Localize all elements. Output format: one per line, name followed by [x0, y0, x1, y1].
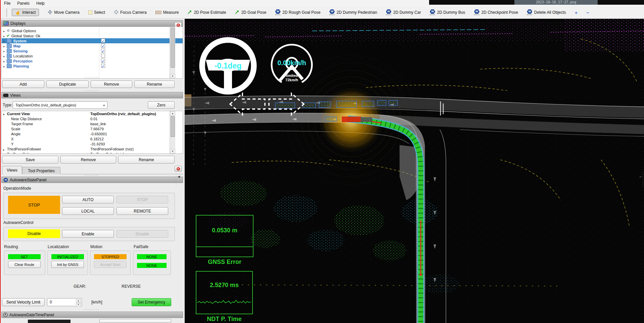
- local-button[interactable]: LOCAL: [62, 207, 114, 215]
- scroll-down-icon[interactable]: ▼: [170, 149, 175, 153]
- prop-row-target-frame[interactable]: Target Frame base_link: [2, 122, 183, 127]
- tool-select[interactable]: Select: [88, 10, 105, 15]
- displays-rename-button[interactable]: Rename: [134, 81, 175, 88]
- prop-row-scale[interactable]: Scale 7.66679: [2, 127, 183, 132]
- views-camera-icon: [3, 94, 8, 97]
- tree-row-planning[interactable]: Planning: [2, 63, 183, 68]
- clear-route-button[interactable]: Clear Route: [8, 261, 41, 268]
- scrollbar-thumb[interactable]: [171, 28, 175, 68]
- tree-row-system[interactable]: System: [2, 38, 183, 43]
- tool-2d-pose-estimate[interactable]: 2D Pose Estimate: [187, 10, 226, 15]
- tree-row-sensing[interactable]: Sensing: [2, 48, 183, 53]
- map-checkbox[interactable]: [101, 44, 105, 48]
- prop-row-y[interactable]: Y -31.6293: [2, 142, 183, 147]
- enable-button[interactable]: Enable: [62, 230, 114, 238]
- scroll-down-icon[interactable]: ▼: [170, 74, 175, 78]
- set-emergency-button[interactable]: Set Emergency: [132, 298, 171, 306]
- tree-row-global-options[interactable]: ⚙ Global Options: [2, 28, 183, 33]
- right-dock-splitter-grip[interactable]: [642, 171, 644, 187]
- sensing-checkbox[interactable]: [101, 49, 105, 53]
- scrollbar-thumb[interactable]: [171, 116, 175, 137]
- spinbox-arrows[interactable]: ▲▼: [76, 299, 81, 305]
- expand-icon[interactable]: [3, 34, 5, 38]
- rviz-window: File Panels Help 2023-10-16_17-27.png ☝ …: [0, 0, 644, 323]
- expand-icon[interactable]: [3, 44, 5, 48]
- expand-icon[interactable]: ▸: [3, 153, 5, 154]
- expand-icon[interactable]: [3, 49, 5, 53]
- add-tool-button[interactable]: +: [575, 10, 578, 15]
- tool-2d-checkpoint-pose[interactable]: WAutoware 2D Checkpoint Pose: [474, 9, 518, 15]
- dock-splitter-grip[interactable]: [175, 171, 177, 187]
- tool-2d-dummy-pedestrian[interactable]: WAutoware 2D Dummy Pedestrian: [329, 9, 377, 15]
- datetime-partial-button[interactable]: [99, 319, 171, 323]
- menu-file[interactable]: File: [1, 0, 14, 6]
- prop-row-current-view[interactable]: ▾ Current View TopDownOrtho (rviz_defaul…: [2, 112, 183, 117]
- system-checkbox[interactable]: [101, 39, 105, 43]
- views-scrollbar[interactable]: ▲ ▼: [170, 111, 175, 153]
- tool-measure[interactable]: Measure: [155, 10, 179, 15]
- dock-collapse-left-icon[interactable]: ◀: [178, 175, 180, 178]
- expand-icon[interactable]: [3, 39, 5, 43]
- velocity-limit-spinbox[interactable]: 0 ▲▼: [47, 298, 82, 306]
- zero-button[interactable]: Zero: [148, 101, 175, 109]
- views-rename-button[interactable]: Rename: [118, 156, 175, 164]
- tree-row-map[interactable]: Map: [2, 43, 183, 48]
- gnss-plot-line: [196, 246, 253, 247]
- prop-row-near-clip[interactable]: Near Clip Distance 0.01: [2, 117, 183, 122]
- prop-row-topdownortho[interactable]: ▸ TopDownOrtho TopDownOrtho (rviz): [2, 152, 183, 154]
- localization-checkbox[interactable]: [101, 54, 105, 58]
- tool-2d-dummy-bus[interactable]: WAutoware 2D Dummy Bus: [430, 9, 465, 15]
- view-type-dropdown[interactable]: TopDownOrtho (rviz_default_plugins): [13, 101, 107, 109]
- menu-panels[interactable]: Panels: [14, 0, 33, 6]
- 3d-viewport[interactable]: -0.1deg 0.00km/h limited 72km/h 0.0530 m…: [185, 19, 644, 323]
- expand-icon[interactable]: ▸: [3, 148, 5, 151]
- expand-icon[interactable]: [3, 64, 5, 68]
- send-velocity-limit-button[interactable]: Send Velocity Limit: [2, 298, 45, 306]
- panel-resize-grip[interactable]: [84, 77, 99, 79]
- displays-scrollbar[interactable]: ▼: [170, 27, 175, 78]
- toolbar-grip[interactable]: [6, 8, 8, 16]
- prop-row-third-person[interactable]: ▸ ThirdPersonFollower ThirdPersonFollowe…: [2, 147, 183, 152]
- remote-button[interactable]: REMOTE: [117, 207, 168, 215]
- panel-resize-grip[interactable]: [84, 175, 99, 176]
- autoware-state-panel-header[interactable]: W AutowareStatePanel: [1, 177, 183, 183]
- displays-remove-button[interactable]: Remove: [91, 81, 132, 88]
- views-save-button[interactable]: Save: [2, 156, 58, 164]
- dock-collapse-right-icon[interactable]: ▶: [640, 175, 642, 178]
- auto-button[interactable]: AUTO: [62, 196, 114, 203]
- tree-row-global-status[interactable]: ✔ Global Status: Ok: [2, 33, 183, 38]
- panel-resize-grip[interactable]: [84, 90, 99, 92]
- tool-2d-rough-goal-pose[interactable]: WAutoware 2D Rough Goal Pose: [275, 9, 320, 15]
- planning-checkbox[interactable]: [101, 64, 105, 68]
- perception-checkbox[interactable]: [101, 59, 105, 63]
- tool-2d-goal-pose[interactable]: 2D Goal Pose: [235, 10, 266, 15]
- panel-resize-grip[interactable]: [84, 309, 99, 311]
- tool-move-camera[interactable]: Move Camera: [48, 10, 79, 15]
- tab-tool-properties[interactable]: Tool Properties: [22, 167, 60, 174]
- datetime-panel-header[interactable]: AutowareDateTimePanel: [1, 312, 183, 318]
- displays-panel-header[interactable]: Displays: [1, 20, 183, 27]
- init-by-gnss-button[interactable]: Init by GNSS: [51, 261, 84, 268]
- prop-row-x[interactable]: X 6.18212: [2, 137, 183, 142]
- tab-views[interactable]: Views: [2, 166, 22, 174]
- displays-add-button[interactable]: Add: [2, 81, 44, 88]
- remove-tool-button[interactable]: −: [586, 10, 589, 15]
- views-remove-button[interactable]: Remove: [60, 156, 116, 164]
- tree-row-perception[interactable]: Perception: [2, 58, 183, 63]
- tree-row-localization[interactable]: Localization: [2, 53, 183, 58]
- tool-interact[interactable]: ☝ Interact: [12, 9, 39, 16]
- tool-delete-all-objects[interactable]: WAutoware Delete All Objects: [527, 9, 566, 15]
- ego-vehicle: [342, 117, 372, 122]
- expand-icon[interactable]: [3, 54, 5, 58]
- views-panel-header[interactable]: Views: [1, 92, 183, 98]
- routing-label: Routing: [4, 244, 18, 249]
- menu-help[interactable]: Help: [33, 0, 48, 6]
- prop-row-angle[interactable]: Angle -0.650001: [2, 132, 183, 137]
- expand-icon[interactable]: [3, 59, 5, 63]
- expand-icon[interactable]: [3, 29, 5, 33]
- tool-2d-dummy-car[interactable]: WAutoware 2D Dummy Car: [386, 9, 421, 15]
- tool-focus-camera[interactable]: Focus Camera: [114, 10, 147, 15]
- expand-icon[interactable]: ▾: [3, 113, 5, 116]
- displays-duplicate-button[interactable]: Duplicate: [46, 81, 89, 88]
- scroll-up-icon[interactable]: ▲: [170, 111, 175, 116]
